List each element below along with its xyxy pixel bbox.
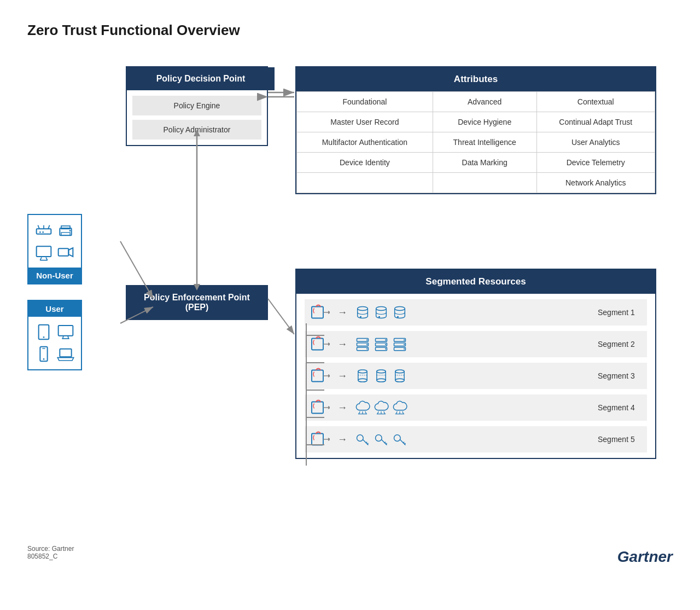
firewall-icon-1 <box>310 303 330 322</box>
svg-marker-58 <box>328 374 330 377</box>
svg-point-30 <box>360 316 361 318</box>
svg-point-43 <box>366 348 368 350</box>
svg-rect-10 <box>37 246 51 257</box>
firewall-icon-5 <box>310 429 330 449</box>
svg-line-83 <box>384 411 385 414</box>
cell-mfa: Multifactor Authentication <box>297 132 433 153</box>
db-icon-1a <box>355 305 370 320</box>
segment-1-row: → <box>305 299 647 326</box>
segment-5-label: Segment 5 <box>598 435 641 444</box>
svg-point-32 <box>378 316 380 318</box>
svg-point-9 <box>69 230 71 231</box>
svg-point-5 <box>42 231 44 233</box>
segmented-header: Segmented Resources <box>296 270 655 294</box>
cell-empty-1 <box>297 173 433 193</box>
db-icon-1b <box>374 305 389 320</box>
cell-threat-intel: Threat Intelligence <box>433 132 536 153</box>
segmented-section: Segmented Resources → <box>295 269 656 459</box>
non-user-label: Non-User <box>28 268 81 283</box>
policy-engine-item: Policy Engine <box>132 96 261 115</box>
cylinder-icon-3b <box>374 368 389 384</box>
svg-line-87 <box>402 411 404 414</box>
col-foundational: Foundational <box>297 92 433 112</box>
svg-point-34 <box>397 316 399 318</box>
segment-3-row: → <box>305 363 647 389</box>
key-icon-5a <box>355 432 370 447</box>
svg-line-103 <box>404 443 405 444</box>
svg-line-99 <box>386 443 387 444</box>
source-section: Source: Gartner 805852_C <box>27 545 673 560</box>
pdp-header: Policy Decision Point <box>127 67 275 90</box>
cell-data-marking: Data Marking <box>433 153 536 173</box>
non-user-box: Non-User <box>27 214 82 284</box>
key-icon-5b <box>374 432 389 447</box>
firewall-icon-3 <box>310 366 330 386</box>
policy-admin-item: Policy Administrator <box>132 120 261 140</box>
segment-2-label: Segment 2 <box>598 340 641 348</box>
svg-point-72 <box>395 379 404 382</box>
pep-box: Policy Enforcement Point (PEP) <box>126 285 268 320</box>
svg-point-53 <box>404 339 405 340</box>
pdp-section: Policy Decision Point Policy Engine Poli… <box>126 66 268 146</box>
svg-point-100 <box>394 435 401 441</box>
svg-line-77 <box>359 411 360 414</box>
svg-line-113 <box>268 299 294 334</box>
svg-marker-91 <box>328 438 330 441</box>
monitor-icon <box>57 323 74 341</box>
svg-marker-76 <box>328 406 330 409</box>
svg-point-64 <box>377 370 386 373</box>
svg-point-69 <box>395 370 404 373</box>
router-icon <box>35 222 52 239</box>
svg-line-102 <box>403 442 404 443</box>
svg-point-67 <box>377 379 386 382</box>
attributes-table: Foundational Advanced Contextual Master … <box>296 91 655 193</box>
attributes-section: Attributes Foundational Advanced Context… <box>295 66 656 194</box>
svg-point-23 <box>43 358 45 360</box>
cell-empty-2 <box>433 173 536 193</box>
svg-marker-28 <box>328 311 330 314</box>
laptop-icon <box>57 345 74 363</box>
segment-4-label: Segment 4 <box>598 403 641 412</box>
cell-master-user: Master User Record <box>297 112 433 132</box>
table-row: Master User Record Device Hygiene Contin… <box>297 112 655 132</box>
svg-rect-18 <box>59 326 73 336</box>
svg-rect-25 <box>60 349 71 357</box>
svg-rect-7 <box>61 226 70 229</box>
svg-line-98 <box>384 442 386 443</box>
camera-icon <box>57 243 74 261</box>
tablet-icon <box>35 323 52 341</box>
svg-point-54 <box>404 344 405 345</box>
svg-point-29 <box>358 307 368 311</box>
svg-point-96 <box>376 435 382 441</box>
svg-point-92 <box>357 435 364 441</box>
col-advanced: Advanced <box>433 92 536 112</box>
cloud-icon-4a <box>355 400 370 415</box>
firewall-icon-4 <box>310 398 330 417</box>
svg-point-17 <box>43 336 45 338</box>
cell-device-identity: Device Identity <box>297 153 433 173</box>
table-row: Multifactor Authentication Threat Intell… <box>297 132 655 153</box>
source-line2: 805852_C <box>27 553 673 560</box>
firewall-icon-2 <box>310 334 330 354</box>
segment-5-row: → <box>305 426 647 452</box>
user-box: User <box>27 300 82 370</box>
cloud-icon-4c <box>392 400 407 415</box>
segment-2-row: → <box>305 331 647 357</box>
page-title: Zero Trust Functional Overview <box>27 22 673 39</box>
cell-device-telemetry: Device Telemetry <box>536 153 655 173</box>
server-icon-2b <box>374 336 389 352</box>
svg-point-47 <box>385 339 386 340</box>
tv-icon <box>35 243 52 261</box>
svg-line-79 <box>365 411 366 414</box>
svg-rect-0 <box>37 229 51 234</box>
svg-point-49 <box>385 348 386 350</box>
svg-point-33 <box>395 307 405 311</box>
devices-panel: Non-User User <box>27 214 82 370</box>
svg-rect-14 <box>59 248 69 255</box>
pep-section: Policy Enforcement Point (PEP) <box>126 285 268 320</box>
svg-point-55 <box>404 348 405 350</box>
svg-marker-15 <box>68 248 73 257</box>
source-line1: Source: Gartner <box>27 545 673 553</box>
user-label: User <box>28 301 81 317</box>
svg-point-31 <box>376 307 387 311</box>
